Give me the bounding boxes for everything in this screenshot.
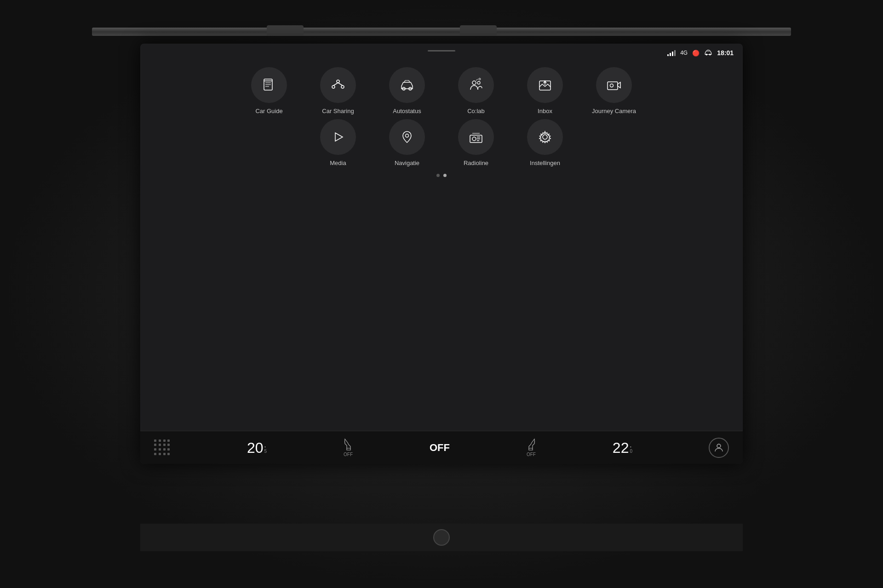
profile-icon <box>713 442 724 453</box>
ac-status-label: OFF <box>430 442 450 454</box>
people-icon <box>468 77 484 93</box>
svg-rect-19 <box>608 82 618 90</box>
radioline-icon-circle[interactable] <box>458 119 494 155</box>
share-icon <box>330 77 346 93</box>
profile-button[interactable] <box>709 438 729 458</box>
svg-marker-21 <box>335 133 343 141</box>
app-autostatus[interactable]: Autostatus <box>382 67 432 114</box>
navigatie-label: Navigatie <box>395 160 419 166</box>
svg-point-0 <box>706 53 708 55</box>
autostatus-label: Autostatus <box>393 108 421 114</box>
app-journey-camera[interactable]: Journey Camera <box>589 67 639 114</box>
temp-left-display[interactable]: 20 . 5 <box>247 440 267 455</box>
app-car-sharing[interactable]: Car Sharing <box>313 67 363 114</box>
seat-heat-right[interactable]: OFF <box>526 438 536 457</box>
svg-point-29 <box>717 444 721 448</box>
signal-strength-icon <box>667 50 676 56</box>
car-icon <box>399 77 415 93</box>
app-radioline[interactable]: Radioline <box>451 119 501 166</box>
svg-point-22 <box>406 134 409 137</box>
radio-icon <box>468 129 484 145</box>
svg-line-11 <box>338 83 343 86</box>
status-handle <box>428 50 455 51</box>
svg-point-20 <box>610 84 614 87</box>
inbox-icon-circle[interactable] <box>527 67 563 103</box>
network-type-label: 4G <box>680 50 688 56</box>
navigatie-icon-circle[interactable] <box>389 119 425 155</box>
car-guide-icon-circle[interactable] <box>251 67 287 103</box>
top-trim <box>92 28 791 36</box>
app-car-guide[interactable]: Car Guide <box>244 67 294 114</box>
temp-left-frac: . <box>264 441 266 449</box>
svg-point-9 <box>341 86 344 88</box>
app-row-2: Media Navigatie <box>313 119 570 166</box>
status-bar: 4G 🔴 18:01 <box>140 44 743 60</box>
temp-right-frac: . <box>630 441 631 449</box>
temp-right-value: 22 <box>613 440 629 455</box>
temp-right-unit: 0 <box>630 449 632 454</box>
car-surround: 4G 🔴 18:01 <box>0 0 883 588</box>
climate-control-bar: 20 . 5 OFF OFF <box>140 431 743 464</box>
inbox-icon <box>537 77 553 93</box>
car-sharing-icon-circle[interactable] <box>320 67 356 103</box>
page-dot-2[interactable] <box>443 174 447 177</box>
seat-right-label: OFF <box>527 452 536 457</box>
page-dot-1[interactable] <box>436 174 440 177</box>
menu-grid-icon[interactable] <box>154 440 171 456</box>
app-navigatie[interactable]: Navigatie <box>382 119 432 166</box>
svg-point-15 <box>477 81 480 84</box>
play-icon <box>330 129 346 145</box>
book-icon <box>261 77 277 93</box>
status-icons: 4G 🔴 18:01 <box>667 49 734 57</box>
autostatus-icon-circle[interactable] <box>389 67 425 103</box>
svg-point-14 <box>472 81 476 85</box>
car-sharing-label: Car Sharing <box>322 108 354 114</box>
car-guide-label: Car Guide <box>255 108 282 114</box>
colab-icon-circle[interactable] <box>458 67 494 103</box>
home-button[interactable] <box>433 529 450 546</box>
journey-camera-label: Journey Camera <box>592 108 636 114</box>
svg-point-16 <box>479 78 481 80</box>
seat-right-icon <box>526 438 536 451</box>
app-instellingen[interactable]: Instellingen <box>520 119 570 166</box>
svg-point-7 <box>337 80 339 83</box>
trim-clip-right <box>460 25 497 35</box>
journey-camera-icon-circle[interactable] <box>596 67 632 103</box>
inbox-label: Inbox <box>538 108 552 114</box>
temp-left-unit: 5 <box>264 449 267 454</box>
svg-point-28 <box>543 135 547 139</box>
ac-control-center[interactable]: OFF <box>430 442 450 454</box>
clock-display: 18:01 <box>717 49 734 57</box>
media-icon-circle[interactable] <box>320 119 356 155</box>
app-grid-area: Car Guide Car <box>140 60 743 464</box>
temp-left-value: 20 <box>247 440 264 455</box>
car-connected-icon <box>704 49 712 57</box>
radioline-label: Radioline <box>464 160 488 166</box>
app-row-1: Car Guide Car <box>244 67 639 114</box>
seat-left-icon <box>343 438 353 451</box>
bluetooth-icon: 🔴 <box>692 50 700 57</box>
colab-label: Co:lab <box>467 108 485 114</box>
bottom-bezel <box>140 524 743 551</box>
gear-icon <box>537 129 553 145</box>
app-inbox[interactable]: Inbox <box>520 67 570 114</box>
instellingen-label: Instellingen <box>530 160 560 166</box>
svg-point-1 <box>709 53 711 55</box>
instellingen-icon-circle[interactable] <box>527 119 563 155</box>
svg-line-10 <box>333 83 338 86</box>
camera-icon <box>606 77 622 93</box>
app-media[interactable]: Media <box>313 119 363 166</box>
app-colab[interactable]: Co:lab <box>451 67 501 114</box>
page-indicator <box>436 174 447 177</box>
seat-left-label: OFF <box>344 452 353 457</box>
temp-right-display[interactable]: 22 . 0 <box>613 440 632 455</box>
location-icon <box>399 129 415 145</box>
svg-point-8 <box>332 86 335 88</box>
seat-heat-left[interactable]: OFF <box>343 438 353 457</box>
svg-point-24 <box>472 137 476 141</box>
trim-clip-left <box>267 25 304 35</box>
media-label: Media <box>330 160 346 166</box>
infotainment-screen: 4G 🔴 18:01 <box>140 44 743 464</box>
